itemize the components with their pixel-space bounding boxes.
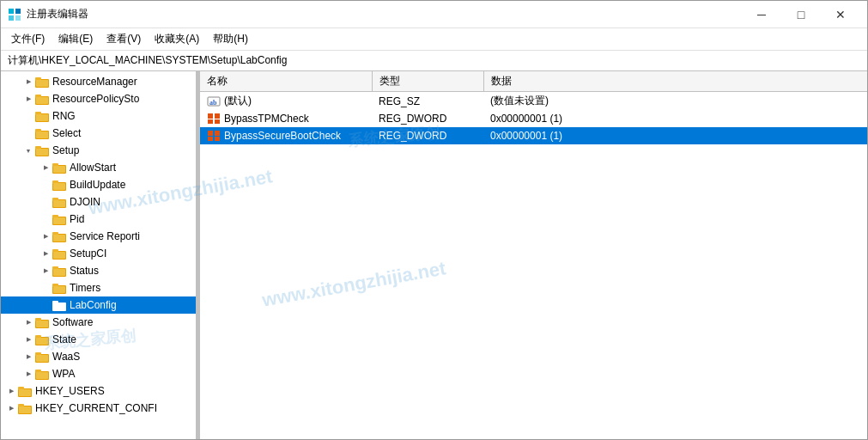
svg-rect-24 [53,183,65,190]
expand-service-reporti[interactable] [39,229,52,243]
cell-type: REG_SZ [372,92,483,111]
table-row[interactable]: BypassSecureBootCheck REG_DWORD 0x000000… [200,127,867,144]
svg-rect-39 [53,269,65,276]
folder-icon [35,110,49,122]
expand-setup[interactable] [21,144,35,157]
tree-label: ResourceManager [52,76,137,88]
svg-text:ab: ab [209,99,217,107]
col-header-name[interactable]: 名称 [200,71,372,92]
tree-label: AllowStart [70,162,116,174]
expand-waas[interactable] [21,350,35,364]
maximize-button[interactable]: □ [781,1,821,28]
tree-item-pid[interactable]: Pid [1,211,196,228]
folder-icon [18,385,32,397]
svg-rect-33 [53,235,65,241]
tree-item-service-reporti[interactable]: Service Reporti [1,228,196,245]
expand-state[interactable] [21,333,35,346]
tree-label: WaaS [52,351,80,363]
svg-rect-1 [15,9,21,14]
expand-hkey-users[interactable] [4,384,18,398]
close-button[interactable]: ✕ [821,1,860,28]
tree-label: ResourcePolicySto [52,93,139,105]
tree-label: HKEY_USERS [35,385,105,397]
tree-item-status[interactable]: Status [1,262,196,279]
tree-item-allowstart[interactable]: AllowStart [1,159,196,176]
folder-icon [52,179,66,191]
tree-item-software[interactable]: Software [1,314,196,331]
tree-label: Setup [52,144,79,156]
svg-rect-73 [215,137,220,141]
table-row[interactable]: BypassTPMCheck REG_DWORD 0x00000001 (1) [200,110,867,127]
folder-icon [35,333,49,345]
expand-wpa[interactable] [21,367,35,381]
tree-item-waas[interactable]: WaaS [1,348,196,365]
tree-item-hkey-current-config[interactable]: HKEY_CURRENT_CONFI [1,400,196,417]
folder-icon [18,402,32,414]
tree-item-state[interactable]: State [1,331,196,348]
tree-item-resource-policy[interactable]: ResourcePolicySto [1,90,196,107]
menu-bar: 文件(F) 编辑(E) 查看(V) 收藏夹(A) 帮助(H) [1,28,867,51]
minimize-button[interactable]: ─ [742,1,781,28]
tree-item-setup[interactable]: Setup [1,142,196,159]
tree-label: Select [52,127,81,139]
expand-resource-manager[interactable] [21,75,35,89]
menu-favorites[interactable]: 收藏夹(A) [148,30,206,48]
expand-resource-policy[interactable] [21,92,35,106]
folder-icon [52,196,66,208]
menu-view[interactable]: 查看(V) [100,30,148,48]
tree-item-wpa[interactable]: WPA [1,365,196,382]
tree-item-select[interactable]: Select [1,125,196,142]
svg-rect-45 [53,303,65,310]
table-row[interactable]: ab (默认) REG_SZ (数值未设置) [200,92,867,111]
expand-hkey-current-config[interactable] [4,401,18,415]
expand-software[interactable] [21,315,35,329]
tree-item-resource-manager[interactable]: ResourceManager [1,73,196,90]
expand-timers [39,281,52,295]
registry-table: 名称 类型 数据 ab (默认) [200,71,867,144]
expand-allowstart[interactable] [39,161,52,174]
svg-rect-2 [9,15,14,21]
col-header-data[interactable]: 数据 [483,71,867,92]
folder-icon [52,248,66,260]
folder-icon [35,76,49,88]
tree-label: DJOIN [70,196,100,208]
tree-label: BuildUpdate [70,179,125,191]
tree-item-setupci[interactable]: SetupCI [1,245,196,262]
tree-item-hkey-users[interactable]: HKEY_USERS [1,382,196,400]
tree-item-djoin[interactable]: DJOIN [1,193,196,211]
svg-rect-54 [36,355,48,362]
tree-item-rng[interactable]: RNG [1,107,196,125]
tree-item-timers[interactable]: Timers [1,279,196,296]
col-header-type[interactable]: 类型 [372,71,483,92]
expand-setupci[interactable] [39,247,52,260]
tree-item-buildupdate[interactable]: BuildUpdate [1,176,196,193]
tree-panel: ResourceManager ResourcePolicySto RNG Se… [1,71,197,439]
tree-item-labconfig[interactable]: LabConfig [1,296,196,314]
folder-icon [35,316,49,328]
svg-rect-3 [15,15,21,21]
svg-rect-12 [36,114,48,121]
expand-select [21,126,35,140]
main-area: ResourceManager ResourcePolicySto RNG Se… [1,71,867,439]
folder-icon [52,299,66,311]
svg-rect-15 [36,131,48,138]
cell-name: BypassSecureBootCheck [200,127,372,144]
menu-help[interactable]: 帮助(H) [206,30,255,48]
menu-edit[interactable]: 编辑(E) [52,30,100,48]
cell-data: 0x00000001 (1) [483,127,867,144]
tree-label: Timers [70,282,100,294]
menu-file[interactable]: 文件(F) [4,30,52,48]
svg-rect-9 [36,97,48,104]
tree-label: Service Reporti [70,230,140,242]
expand-status[interactable] [39,264,52,278]
svg-rect-27 [53,200,65,207]
address-text: 计算机\HKEY_LOCAL_MACHINE\SYSTEM\Setup\LabC… [8,53,287,68]
app-icon [8,8,21,21]
registry-editor-window: 注册表编辑器 ─ □ ✕ 文件(F) 编辑(E) 查看(V) 收藏夹(A) 帮助… [0,0,868,440]
window-controls: ─ □ ✕ [742,1,860,28]
tree-label: Status [70,265,99,277]
tree-label: SetupCI [70,248,106,260]
tree-label: RNG [52,110,76,122]
folder-icon [52,213,66,225]
expand-djoin [39,195,52,209]
